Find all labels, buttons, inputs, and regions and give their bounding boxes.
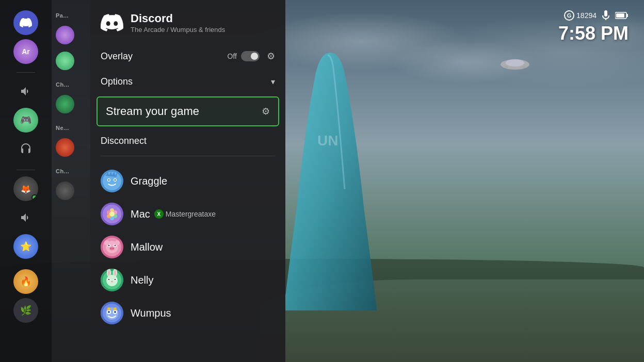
- channel-ch2-label: Ch...: [56, 166, 86, 176]
- channel-avatar-1: [56, 26, 74, 44]
- panel-subtitle: The Arcade / Wumpus & friends: [131, 26, 225, 34]
- sidebar-icon-server2[interactable]: 🎮: [13, 108, 38, 133]
- options-row[interactable]: Options ▾: [90, 69, 285, 94]
- sidebar-icon-server3[interactable]: 🦊: [13, 176, 38, 201]
- tower-svg: UN: [279, 53, 382, 310]
- panel-header: Discord The Arcade / Wumpus & friends: [90, 0, 285, 43]
- xbox-gamertag: Mastergreataxe: [166, 210, 216, 218]
- user-avatar-nelly: [101, 269, 123, 291]
- svg-point-27: [109, 247, 115, 251]
- sidebar-icon-volume[interactable]: [13, 79, 38, 104]
- overlay-label: Overlay: [101, 51, 133, 62]
- svg-rect-4: [522, 66, 525, 68]
- toggle-switch[interactable]: [241, 51, 260, 61]
- panel-divider: [101, 156, 275, 156]
- svg-rect-55: [604, 10, 607, 17]
- channel-item-5[interactable]: [56, 179, 86, 202]
- microphone-icon: [602, 10, 610, 21]
- user-name-nelly: Nelly: [131, 274, 153, 286]
- channel-ne-label: Ne...: [56, 123, 86, 133]
- svg-point-43: [114, 270, 116, 276]
- user-row[interactable]: Mallow: [90, 231, 285, 264]
- svg-rect-3: [505, 66, 508, 68]
- spaceship: [500, 57, 530, 72]
- user-info-wumpus: Wumpus: [131, 307, 171, 319]
- svg-point-9: [108, 179, 110, 181]
- sidebar-icon-server4[interactable]: ⭐: [13, 234, 38, 259]
- user-name-mac: Mac: [131, 208, 150, 220]
- user-info-mac: Mac X Mastergreataxe: [131, 208, 216, 220]
- svg-point-53: [107, 307, 110, 310]
- user-row[interactable]: Mac X Mastergreataxe: [90, 198, 285, 231]
- user-row[interactable]: Wumpus: [90, 297, 285, 330]
- user-info-graggle: Graggle: [131, 175, 167, 187]
- svg-point-54: [114, 307, 117, 310]
- sidebar-icon-server6[interactable]: 🌿: [13, 298, 38, 323]
- user-avatar-wumpus: [101, 302, 123, 324]
- user-info-mallow: Mallow: [131, 241, 163, 253]
- svg-point-38: [115, 279, 116, 280]
- panel-title-group: Discord The Arcade / Wumpus & friends: [131, 12, 225, 33]
- overlay-controls: Off ⚙: [228, 51, 275, 62]
- sidebar-divider-1: [17, 72, 35, 73]
- stream-gear-icon[interactable]: ⚙: [262, 106, 270, 117]
- toggle-container[interactable]: Off: [228, 51, 260, 61]
- volume2-icon: [20, 211, 32, 224]
- user-info-nelly: Nelly: [131, 274, 153, 286]
- time-display: 7:58 PM: [558, 23, 629, 44]
- channel-avatar-4: [56, 138, 74, 157]
- options-label: Options: [101, 76, 133, 87]
- g-circle-icon: G: [564, 10, 574, 21]
- sidebar-icon-server1[interactable]: Ar: [13, 39, 38, 64]
- svg-point-42: [108, 270, 110, 276]
- svg-text:UN: UN: [317, 133, 338, 149]
- svg-point-31: [115, 240, 120, 245]
- disconnect-label: Disconnect: [101, 136, 147, 146]
- disconnect-row[interactable]: Disconnect: [90, 128, 285, 154]
- chevron-icon: ▾: [271, 77, 275, 87]
- channel-item-2[interactable]: [56, 50, 86, 72]
- svg-point-28: [110, 248, 111, 249]
- channel-list: Pa... Ch... Ne... Ch...: [52, 0, 90, 362]
- overlay-gear-icon[interactable]: ⚙: [267, 51, 275, 62]
- user-row[interactable]: Nelly: [90, 264, 285, 297]
- status-bar: G 18294: [558, 10, 629, 21]
- svg-point-34: [106, 275, 118, 286]
- svg-point-29: [112, 248, 114, 249]
- overlay-row: Overlay Off ⚙: [90, 43, 285, 69]
- user-name-mallow: Mallow: [131, 241, 163, 253]
- channel-item-1[interactable]: [56, 24, 86, 46]
- svg-point-2: [506, 59, 524, 67]
- xbox-badge: X Mastergreataxe: [154, 209, 216, 219]
- channel-avatar-3: [56, 95, 74, 113]
- top-right-status: G 18294 7:58 PM: [558, 10, 629, 44]
- svg-point-39: [111, 281, 113, 283]
- svg-point-19: [109, 211, 115, 217]
- discord-icon: [20, 17, 32, 29]
- stream-row[interactable]: Stream your game ⚙: [96, 96, 279, 126]
- discord-logo: [101, 11, 123, 34]
- svg-point-37: [108, 279, 109, 280]
- panel-title: Discord: [131, 12, 225, 25]
- channel-item-3[interactable]: [56, 93, 86, 116]
- discord-panel: Discord The Arcade / Wumpus & friends Ov…: [90, 0, 285, 362]
- sidebar-icon-headset[interactable]: [13, 137, 38, 161]
- sidebar-icon-server5[interactable]: 🔥: [13, 269, 38, 294]
- user-avatar-graggle: [101, 170, 123, 192]
- toggle-text: Off: [228, 52, 237, 60]
- channel-item-4[interactable]: [56, 136, 86, 159]
- headset-icon: [20, 143, 32, 155]
- user-row[interactable]: Graggle: [90, 164, 285, 198]
- battery-icon: [615, 12, 629, 19]
- svg-point-50: [114, 311, 116, 313]
- xbox-icon: X: [154, 209, 164, 219]
- user-avatar-mallow: [101, 236, 123, 258]
- svg-point-49: [108, 311, 110, 313]
- g-score: G 18294: [564, 10, 597, 21]
- sidebar-icon-volume2[interactable]: [13, 205, 38, 230]
- svg-rect-59: [626, 14, 628, 17]
- users-list: Graggle: [90, 158, 285, 336]
- user-avatar-mac: [101, 203, 123, 225]
- sidebar-icon-discord[interactable]: [13, 10, 38, 35]
- volume-icon: [20, 85, 32, 97]
